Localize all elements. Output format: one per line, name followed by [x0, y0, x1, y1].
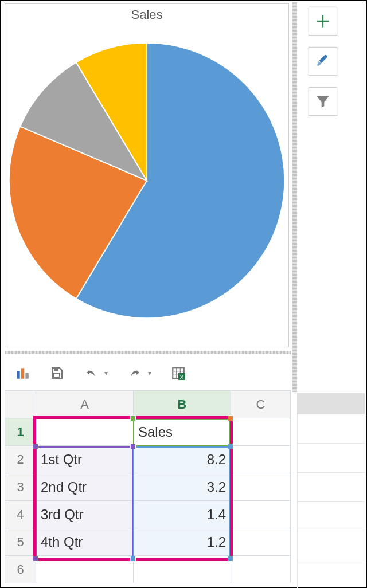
svg-rect-0: [17, 371, 19, 379]
cell[interactable]: 1.2: [134, 528, 231, 556]
funnel-icon: [315, 93, 331, 109]
data-grid[interactable]: A B C 1Sales21st Qtr8.232nd Qtr3.243rd Q…: [5, 390, 291, 583]
paintbrush-icon: [315, 53, 331, 69]
vertical-splitter[interactable]: [292, 2, 297, 392]
redo-button[interactable]: [125, 363, 145, 383]
horizontal-splitter[interactable]: [5, 351, 291, 354]
cell[interactable]: [231, 528, 291, 556]
chart-filters-button[interactable]: [309, 87, 337, 116]
save-icon: [50, 366, 64, 380]
cell[interactable]: [36, 556, 134, 583]
svg-rect-4: [54, 373, 60, 377]
cell[interactable]: 8.2: [134, 446, 231, 473]
cell[interactable]: [36, 418, 134, 446]
cell[interactable]: 1.4: [134, 501, 231, 528]
datasheet-panel: ▾ ▾ X: [5, 356, 291, 586]
cell[interactable]: Sales: [134, 418, 231, 446]
cell[interactable]: [231, 501, 291, 528]
chart-styles-button[interactable]: [309, 47, 337, 76]
edit-in-excel-button[interactable]: X: [169, 363, 188, 383]
redo-icon: [128, 366, 142, 380]
table-row: 54th Qtr1.2: [5, 528, 291, 556]
chart-area[interactable]: Sales: [5, 3, 289, 347]
chart-elements-button[interactable]: [309, 7, 337, 36]
cell[interactable]: 3.2: [134, 473, 231, 501]
chart-title[interactable]: Sales: [5, 7, 288, 22]
row-header[interactable]: 6: [5, 556, 36, 583]
worksheet-right-peek: [297, 393, 365, 582]
cell[interactable]: [231, 446, 291, 473]
row-header[interactable]: 2: [5, 446, 36, 473]
undo-dropdown[interactable]: ▾: [104, 369, 110, 377]
svg-rect-3: [54, 368, 58, 371]
cell[interactable]: 1st Qtr: [36, 446, 134, 473]
table-row: 32nd Qtr3.2: [5, 473, 291, 501]
table-row: 6: [5, 556, 291, 583]
cell[interactable]: [134, 556, 231, 583]
cell[interactable]: [231, 473, 291, 501]
chart-type-icon: [15, 366, 30, 381]
col-header-C[interactable]: C: [231, 391, 291, 418]
table-row: 43rd Qtr1.4: [5, 501, 291, 528]
table-row: 1Sales: [5, 418, 291, 446]
redo-dropdown[interactable]: ▾: [148, 369, 154, 377]
table-row: 21st Qtr8.2: [5, 446, 291, 473]
undo-icon: [84, 366, 98, 380]
chart-type-button[interactable]: [13, 363, 32, 383]
row-header[interactable]: 5: [5, 528, 36, 556]
row-header[interactable]: 4: [5, 501, 36, 528]
plus-icon: [315, 13, 331, 29]
save-button[interactable]: [47, 363, 67, 383]
cell[interactable]: 2nd Qtr: [36, 473, 134, 501]
cell[interactable]: [231, 556, 291, 583]
undo-button[interactable]: [81, 363, 101, 383]
svg-rect-2: [25, 373, 28, 379]
excel-sheet-icon: X: [171, 366, 186, 381]
col-header-A[interactable]: A: [36, 391, 134, 418]
svg-rect-1: [21, 368, 24, 378]
row-header[interactable]: 3: [5, 473, 36, 501]
cell[interactable]: [231, 418, 291, 446]
cell[interactable]: 3rd Qtr: [36, 501, 134, 528]
select-all-corner[interactable]: [5, 391, 36, 418]
quick-access-toolbar: ▾ ▾ X: [5, 356, 291, 390]
svg-text:X: X: [180, 374, 184, 380]
row-header[interactable]: 1: [5, 418, 36, 446]
pie-chart[interactable]: [6, 40, 287, 323]
cell[interactable]: 4th Qtr: [36, 528, 134, 556]
col-header-B[interactable]: B: [134, 391, 231, 418]
